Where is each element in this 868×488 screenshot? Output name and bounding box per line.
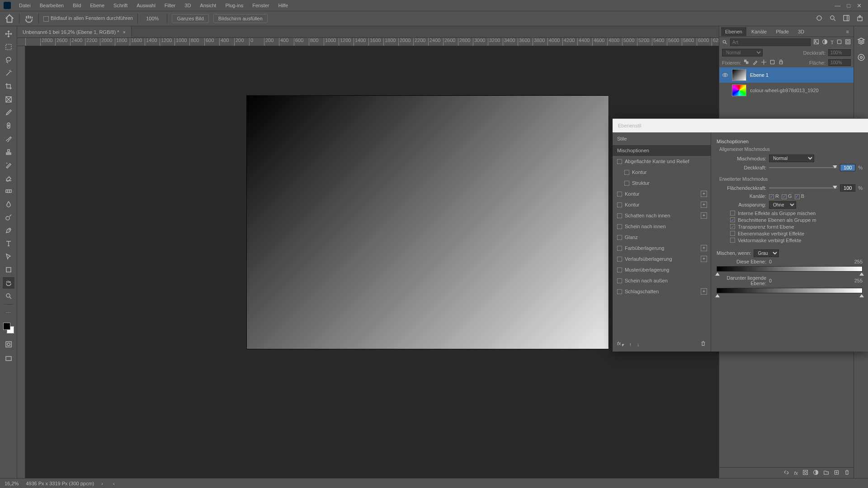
menu-auswahl[interactable]: Auswahl bbox=[133, 1, 159, 9]
channel-g-checkbox[interactable]: ✓ G bbox=[782, 193, 792, 199]
hand-tool-icon[interactable] bbox=[24, 14, 34, 23]
visibility-icon[interactable] bbox=[722, 87, 728, 94]
menu-hilfe[interactable]: Hilfe bbox=[274, 1, 292, 9]
trash-icon[interactable] bbox=[844, 469, 850, 476]
workspace-icon[interactable] bbox=[843, 14, 850, 23]
adjustment-icon[interactable] bbox=[813, 469, 819, 476]
menu-fenster[interactable]: Fenster bbox=[249, 1, 273, 9]
style-trash-icon[interactable] bbox=[700, 341, 706, 347]
window-close-button[interactable]: ✕ bbox=[857, 2, 862, 9]
type-tool[interactable] bbox=[3, 238, 14, 249]
style-checkbox[interactable] bbox=[617, 278, 622, 283]
add-effect-icon[interactable]: + bbox=[701, 288, 707, 295]
fill-value[interactable]: 100% bbox=[828, 59, 851, 66]
menu-schrift[interactable]: Schrift bbox=[110, 1, 131, 9]
opacity-slider[interactable] bbox=[769, 167, 837, 168]
option-ebenenmaske-verbirgt-effekte[interactable]: Ebenenmaske verbirgt Effekte bbox=[730, 231, 863, 236]
style-checkbox[interactable] bbox=[617, 289, 622, 294]
layer-thumbnail[interactable] bbox=[732, 84, 746, 96]
group-icon[interactable] bbox=[823, 469, 829, 476]
option-beschnittene-ebenen-als-gruppe-m[interactable]: Beschnittene Ebenen als Gruppe m bbox=[730, 217, 863, 223]
search-icon[interactable] bbox=[829, 14, 836, 23]
gradient-tool[interactable] bbox=[3, 185, 14, 197]
color-swatches[interactable] bbox=[3, 323, 14, 333]
opacity-input[interactable]: 100 bbox=[840, 164, 855, 171]
stamp-tool[interactable] bbox=[3, 146, 14, 158]
quickmask-icon[interactable] bbox=[3, 338, 14, 350]
close-tab-icon[interactable]: × bbox=[123, 29, 125, 35]
fill-opacity-slider[interactable] bbox=[769, 188, 837, 188]
style-down-icon[interactable]: ↓ bbox=[637, 342, 640, 347]
blur-tool[interactable] bbox=[3, 198, 14, 210]
home-icon[interactable] bbox=[5, 14, 14, 23]
style-abgeflachte-kante-und-relief[interactable]: Abgeflachte Kante und Relief bbox=[613, 156, 711, 167]
style-schein-nach-innen[interactable]: Schein nach innen bbox=[613, 221, 711, 232]
style-musterüberlagerung[interactable]: Musterüberlagerung bbox=[613, 264, 711, 275]
under-layer-gradient[interactable] bbox=[717, 288, 863, 293]
cloud-icon[interactable] bbox=[816, 14, 823, 23]
style-checkbox[interactable] bbox=[617, 235, 622, 240]
style-kontur[interactable]: Kontur+ bbox=[613, 188, 711, 199]
dodge-tool[interactable] bbox=[3, 211, 14, 223]
style-checkbox[interactable] bbox=[617, 246, 622, 251]
add-effect-icon[interactable]: + bbox=[701, 245, 707, 251]
panel-tab-kanäle[interactable]: Kanäle bbox=[747, 27, 771, 36]
search-icon[interactable] bbox=[722, 39, 727, 46]
style-schein-nach-außen[interactable]: Schein nach außen bbox=[613, 275, 711, 286]
edit-toolbar-icon[interactable]: ⋯ bbox=[3, 307, 14, 319]
style-glanz[interactable]: Glanz bbox=[613, 232, 711, 243]
style-checkbox[interactable] bbox=[624, 170, 629, 175]
option-vektormaske-verbirgt-effekte[interactable]: Vektormaske verbirgt Effekte bbox=[730, 238, 863, 243]
add-effect-icon[interactable]: + bbox=[701, 191, 707, 197]
option-checkbox[interactable] bbox=[730, 217, 735, 222]
lock-position-icon[interactable] bbox=[761, 59, 767, 66]
document-tab[interactable]: Unbenannt-1 bei 16,2% (Ebene 1, RGB/8) *… bbox=[17, 26, 132, 38]
option-transparenz-formt-ebene[interactable]: Transparenz formt Ebene bbox=[730, 224, 863, 230]
add-effect-icon[interactable]: + bbox=[701, 212, 707, 219]
heal-tool[interactable] bbox=[3, 120, 14, 131]
eraser-tool[interactable] bbox=[3, 172, 14, 184]
dialog-titlebar[interactable]: Ebenenstil bbox=[613, 119, 868, 132]
share-icon[interactable] bbox=[856, 14, 863, 23]
blend-mode-select[interactable]: Normal bbox=[722, 49, 763, 56]
window-maximize-button[interactable]: □ bbox=[847, 2, 850, 9]
style-struktur[interactable]: Struktur bbox=[613, 178, 711, 188]
eyedropper-tool[interactable] bbox=[3, 107, 14, 118]
lock-all-icon[interactable] bbox=[778, 59, 784, 66]
mask-icon[interactable] bbox=[802, 469, 808, 476]
path-select-tool[interactable] bbox=[3, 251, 14, 263]
dock-adjustments-icon[interactable] bbox=[857, 53, 865, 62]
layer-row[interactable]: Ebene 1 bbox=[719, 67, 854, 83]
history-brush-tool[interactable] bbox=[3, 159, 14, 171]
channel-b-checkbox[interactable]: ✓ B bbox=[795, 193, 804, 199]
layer-thumbnail[interactable] bbox=[732, 69, 746, 81]
menu-ebene[interactable]: Ebene bbox=[86, 1, 108, 9]
filter-adjust-icon[interactable] bbox=[822, 39, 828, 46]
filter-image-icon[interactable] bbox=[813, 39, 819, 46]
option-checkbox[interactable] bbox=[730, 231, 735, 236]
fx-menu-icon[interactable]: fx▾ bbox=[617, 341, 624, 348]
dock-layers-icon[interactable] bbox=[857, 37, 865, 46]
option-checkbox[interactable] bbox=[730, 211, 735, 216]
filter-shape-icon[interactable] bbox=[836, 39, 842, 46]
panel-tab-pfade[interactable]: Pfade bbox=[772, 27, 793, 36]
menu-ansicht[interactable]: Ansicht bbox=[196, 1, 220, 9]
panel-menu-icon[interactable]: ≡ bbox=[844, 29, 852, 34]
frame-tool[interactable] bbox=[3, 94, 14, 105]
style-kontur[interactable]: Kontur bbox=[613, 167, 711, 178]
brush-tool[interactable] bbox=[3, 133, 14, 145]
style-checkbox[interactable] bbox=[617, 202, 622, 207]
blendif-dropdown[interactable]: Grau bbox=[754, 249, 779, 257]
menu-bild[interactable]: Bild bbox=[69, 1, 85, 9]
window-minimize-button[interactable]: — bbox=[835, 2, 840, 9]
visibility-icon[interactable] bbox=[722, 72, 728, 78]
menu-datei[interactable]: Datei bbox=[15, 1, 34, 9]
screenmode-icon[interactable] bbox=[3, 353, 14, 365]
option-interne-effekte-als-gruppe-mischen[interactable]: Interne Effekte als Gruppe mischen bbox=[730, 211, 863, 216]
blend-mode-dropdown[interactable]: Normal bbox=[769, 155, 814, 162]
filter-smart-icon[interactable] bbox=[845, 39, 851, 46]
style-checkbox[interactable] bbox=[624, 181, 629, 186]
opacity-value[interactable]: 100% bbox=[828, 49, 851, 56]
lasso-tool[interactable] bbox=[3, 54, 14, 66]
fit-screen-button[interactable]: Ganzes Bild bbox=[172, 14, 208, 23]
